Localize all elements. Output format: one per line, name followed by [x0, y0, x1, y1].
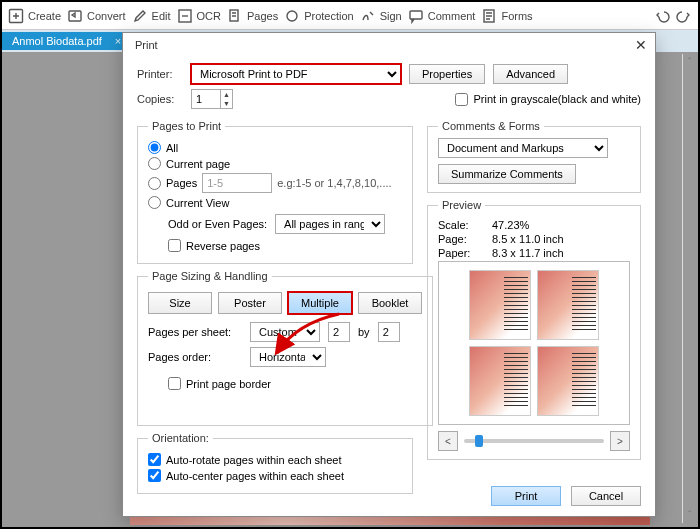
advanced-button[interactable]: Advanced [493, 64, 568, 84]
autocenter-check[interactable]: Auto-center pages within each sheet [148, 469, 402, 482]
copies-label: Copies: [137, 93, 183, 105]
comments-mode-select[interactable]: Document and Markups [438, 138, 608, 158]
oddeven-select[interactable]: All pages in range [275, 214, 385, 234]
svg-rect-5 [410, 11, 422, 19]
preview-thumb [469, 270, 531, 340]
preview-page: 8.5 x 11.0 inch [492, 233, 564, 245]
properties-button[interactable]: Properties [409, 64, 485, 84]
ocr-icon [177, 8, 193, 24]
pps-cols-input[interactable] [328, 322, 350, 342]
create-label: Create [28, 10, 61, 22]
convert-icon [67, 8, 83, 24]
ocr-button[interactable]: OCR [177, 8, 221, 24]
comments-forms-group: Comments & Forms Document and Markups Su… [427, 120, 641, 193]
copies-down-icon[interactable]: ▼ [221, 99, 232, 108]
sign-button[interactable]: Sign [360, 8, 402, 24]
preview-thumb [537, 270, 599, 340]
comment-icon [408, 8, 424, 24]
pps-label: Pages per sheet: [148, 326, 242, 338]
reverse-check[interactable]: Reverse pages [168, 239, 402, 252]
pages-button[interactable]: Pages [227, 8, 278, 24]
preview-paper: 8.3 x 11.7 inch [492, 247, 564, 259]
scroll-up-icon[interactable]: ˆ [688, 56, 692, 68]
printer-label: Printer: [137, 68, 183, 80]
radio-all[interactable]: All [148, 141, 402, 154]
close-icon[interactable]: ✕ [635, 37, 647, 53]
radio-current-page[interactable]: Current page [148, 157, 402, 170]
booklet-tab[interactable]: Booklet [358, 292, 422, 314]
edit-button[interactable]: Edit [132, 8, 171, 24]
forms-icon [481, 8, 497, 24]
slider-thumb-icon[interactable] [475, 435, 483, 447]
preview-next-button[interactable]: > [610, 431, 630, 451]
shield-icon [284, 8, 300, 24]
undo-icon[interactable] [654, 8, 670, 24]
preview-prev-button[interactable]: < [438, 431, 458, 451]
order-select[interactable]: Horizontal [250, 347, 326, 367]
preview-thumb [537, 346, 599, 416]
comment-button[interactable]: Comment [408, 8, 476, 24]
copies-stepper[interactable]: ▲▼ [191, 89, 233, 109]
svg-point-4 [287, 11, 297, 21]
forms-button[interactable]: Forms [481, 8, 532, 24]
pencil-icon [132, 8, 148, 24]
copies-up-icon[interactable]: ▲ [221, 90, 232, 99]
redo-icon[interactable] [676, 8, 692, 24]
page-sizing-group: Page Sizing & Handling Size Poster Multi… [137, 270, 433, 426]
protection-button[interactable]: Protection [284, 8, 354, 24]
preview-thumb [469, 346, 531, 416]
pages-hint: e.g:1-5 or 1,4,7,8,10,.... [277, 177, 391, 189]
oddeven-label: Odd or Even Pages: [168, 218, 267, 230]
page-border-check[interactable]: Print page border [168, 377, 422, 390]
main-toolbar: Create Convert Edit OCR Pages Protection… [2, 2, 698, 30]
document-tab[interactable]: Anmol Biodata.pdf × [2, 32, 132, 50]
pps-rows-input[interactable] [378, 322, 400, 342]
preview-group: Preview Scale:47.23% Page:8.5 x 11.0 inc… [427, 199, 641, 460]
order-label: Pages order: [148, 351, 242, 363]
convert-button[interactable]: Convert [67, 8, 126, 24]
preview-thumbnails [438, 261, 630, 425]
print-dialog: Print ✕ Printer: Microsoft Print to PDF … [122, 32, 656, 517]
print-button[interactable]: Print [491, 486, 561, 506]
grayscale-check[interactable]: Print in grayscale(black and white) [455, 93, 641, 106]
cancel-button[interactable]: Cancel [571, 486, 641, 506]
summarize-comments-button[interactable]: Summarize Comments [438, 164, 576, 184]
sign-icon [360, 8, 376, 24]
autorotate-check[interactable]: Auto-rotate pages within each sheet [148, 453, 402, 466]
plus-icon [8, 8, 24, 24]
radio-current-view[interactable]: Current View [148, 196, 402, 209]
pages-icon [227, 8, 243, 24]
tab-label: Anmol Biodata.pdf [12, 35, 102, 47]
preview-slider[interactable] [464, 439, 604, 443]
preview-scale: 47.23% [492, 219, 529, 231]
pages-range-input[interactable] [202, 173, 272, 193]
pps-mode-select[interactable]: Custom Sc [250, 322, 320, 342]
window-scrollbar[interactable]: ˆ ˇ [682, 54, 696, 523]
create-button[interactable]: Create [8, 8, 61, 24]
dialog-title: Print [135, 39, 158, 51]
size-tab[interactable]: Size [148, 292, 212, 314]
printer-select[interactable]: Microsoft Print to PDF [191, 64, 401, 84]
pages-to-print-group: Pages to Print All Current page Pages e.… [137, 120, 413, 264]
close-tab-icon[interactable]: × [115, 35, 121, 47]
scroll-down-icon[interactable]: ˇ [688, 509, 692, 521]
radio-pages[interactable]: Pages e.g:1-5 or 1,4,7,8,10,.... [148, 173, 402, 193]
poster-tab[interactable]: Poster [218, 292, 282, 314]
orientation-group: Orientation: Auto-rotate pages within ea… [137, 432, 413, 494]
multiple-tab[interactable]: Multiple [288, 292, 352, 314]
copies-input[interactable] [191, 89, 221, 109]
